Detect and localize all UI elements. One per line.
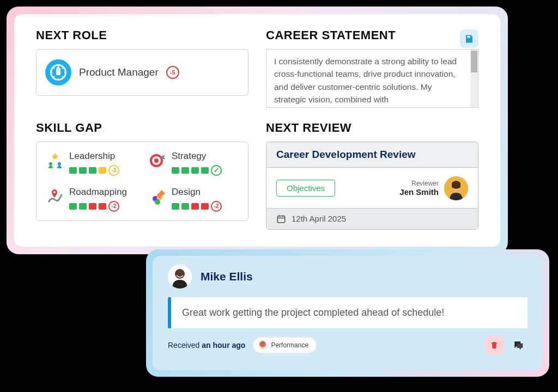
review-title: Career Development Review [266,142,478,168]
career-statement-textarea[interactable]: I consistently demonstrate a strong abil… [266,49,478,108]
delete-button[interactable] [485,336,504,354]
reviewer-avatar[interactable] [444,176,468,200]
skill-item-strategy[interactable]: Strategy ✓ [148,151,239,176]
feedback-tag-pill[interactable]: Performance [253,337,317,353]
svg-point-12 [58,162,61,166]
skill-name: Strategy [172,151,239,162]
next-role-section: NEXT ROLE Product Manager -5 [36,28,248,111]
svg-point-15 [154,158,159,163]
skill-gap-box: Leadership -1 Strategy [36,142,248,221]
scrollbar-down-icon[interactable] [470,100,478,107]
skill-item-roadmapping[interactable]: Roadmapping -2 [45,187,137,212]
skill-delta-badge: -2 [108,201,119,212]
skill-delta-badge: -2 [211,201,222,212]
next-role-delta-badge: -5 [166,66,179,79]
feedback-author-avatar[interactable] [168,265,192,289]
skill-blocks: -2 [69,201,137,212]
next-review-heading: NEXT REVIEW [266,121,478,135]
review-date: 12th April 2025 [292,214,346,223]
skill-blocks: -2 [172,201,239,212]
dashboard-inner: NEXT ROLE Product Manager -5 CAREER STAT… [14,14,500,247]
target-icon [148,151,167,170]
skill-delta-badge: -1 [108,165,119,176]
chat-icon [513,340,524,351]
reviewer-name: Jen Smith [399,187,439,197]
svg-point-28 [262,342,264,345]
scrollbar-thumb[interactable] [471,51,477,72]
calendar-icon [276,214,286,224]
svg-point-19 [155,199,160,205]
feedback-card: Mike Ellis Great work getting the projec… [146,249,549,377]
next-role-heading: NEXT ROLE [36,28,248,42]
career-statement-section: CAREER STATEMENT I consistently demonstr… [266,28,478,111]
career-dashboard-card: NEXT ROLE Product Manager -5 CAREER STAT… [7,7,508,254]
skill-name: Leadership [69,151,137,162]
review-box[interactable]: Career Development Review Objectives Rev… [266,142,478,230]
rocket-icon [258,340,268,350]
reviewer-label: Reviewer [399,180,439,187]
svg-point-16 [53,191,56,193]
skill-gap-heading: SKILL GAP [36,121,248,135]
svg-rect-22 [277,216,285,222]
skill-blocks: -1 [69,165,137,176]
skill-blocks: ✓ [172,165,239,176]
svg-point-11 [49,162,52,166]
people-star-icon [45,151,65,170]
skill-name: Design [172,187,239,198]
skill-item-design[interactable]: Design -2 [148,187,239,212]
svg-rect-2 [56,69,60,75]
next-role-box[interactable]: Product Manager -5 [36,49,248,96]
feedback-author-name: Mike Ellis [201,270,253,283]
skill-gap-section: SKILL GAP Leadership -1 [36,121,248,233]
palette-brush-icon [148,187,167,206]
skill-name: Roadmapping [69,187,137,198]
feedback-timestamp: Received an hour ago [168,341,245,350]
feedback-message: Great work getting the project completed… [168,297,527,328]
review-body: Objectives Reviewer Jen Smith [266,168,478,208]
save-button[interactable] [460,29,478,48]
trash-icon [490,341,499,350]
next-role-title: Product Manager [79,66,159,78]
feedback-tag-label: Performance [271,341,308,349]
next-review-section: NEXT REVIEW Career Development Review Ob… [266,121,478,233]
career-statement-text: I consistently demonstrate a strong abil… [274,57,457,104]
review-footer: 12th April 2025 [266,208,478,229]
scrollbar[interactable] [470,50,478,107]
roadmap-pin-icon [45,187,65,206]
skill-check-badge: ✓ [211,165,222,176]
objectives-chip[interactable]: Objectives [276,180,335,197]
comment-button[interactable] [509,336,527,354]
career-statement-heading: CAREER STATEMENT [266,28,396,42]
feedback-inner: Mike Ellis Great work getting the projec… [153,256,543,370]
gear-box-icon [45,59,71,85]
save-icon [464,34,474,44]
skill-item-leadership[interactable]: Leadership -1 [45,151,137,176]
